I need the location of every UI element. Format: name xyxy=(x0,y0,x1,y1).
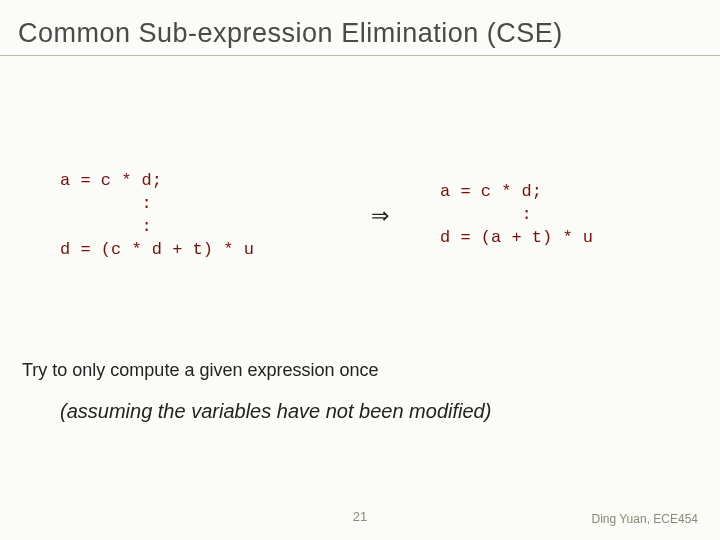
slide-title: Common Sub-expression Elimination (CSE) xyxy=(18,18,702,49)
arrow-icon: ⇒ xyxy=(365,203,395,229)
slide: Common Sub-expression Elimination (CSE) … xyxy=(0,0,720,540)
code-after: a = c * d; : d = (a + t) * u xyxy=(440,181,660,250)
title-wrap: Common Sub-expression Elimination (CSE) xyxy=(0,0,720,56)
code-row: a = c * d; : : d = (c * d + t) * u ⇒ a =… xyxy=(60,170,660,262)
content-area: a = c * d; : : d = (c * d + t) * u ⇒ a =… xyxy=(0,170,720,262)
assumption-text: (assuming the variables have not been mo… xyxy=(60,400,491,423)
footer-author: Ding Yuan, ECE454 xyxy=(591,512,698,526)
code-before: a = c * d; : : d = (c * d + t) * u xyxy=(60,170,320,262)
explanation-text: Try to only compute a given expression o… xyxy=(22,360,379,381)
